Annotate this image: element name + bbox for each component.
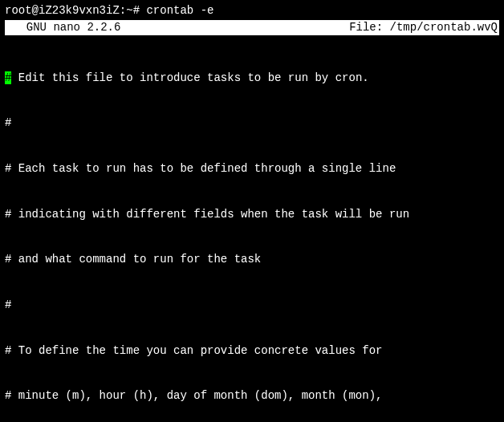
terminal-window[interactable]: root@iZ23k9vxn3iZ:~# crontab -e GNU nano… bbox=[0, 0, 504, 422]
nano-status-bar: GNU nano 2.2.6 File: /tmp/crontab.wvQ bbox=[5, 20, 499, 35]
editor-line: # Edit this file to introduce tasks to b… bbox=[5, 71, 499, 86]
editor-line: # bbox=[5, 116, 499, 131]
editor-line: # minute (m), hour (h), day of month (do… bbox=[5, 388, 499, 404]
editor-line: # bbox=[5, 298, 499, 313]
editor-line: # and what command to run for the task bbox=[5, 252, 499, 267]
editor-line: # To define the time you can provide con… bbox=[5, 343, 499, 359]
editor-text-area[interactable]: # Edit this file to introduce tasks to b… bbox=[5, 40, 499, 422]
nano-version: GNU nano 2.2.6 bbox=[6, 20, 120, 35]
nano-filename: File: /tmp/crontab.wvQ bbox=[349, 20, 498, 35]
editor-line: # Each task to run has to be defined thr… bbox=[5, 161, 499, 177]
shell-prompt: root@iZ23k9vxn3iZ:~# crontab -e bbox=[5, 3, 499, 18]
editor-line: # indicating with different fields when … bbox=[5, 207, 499, 222]
